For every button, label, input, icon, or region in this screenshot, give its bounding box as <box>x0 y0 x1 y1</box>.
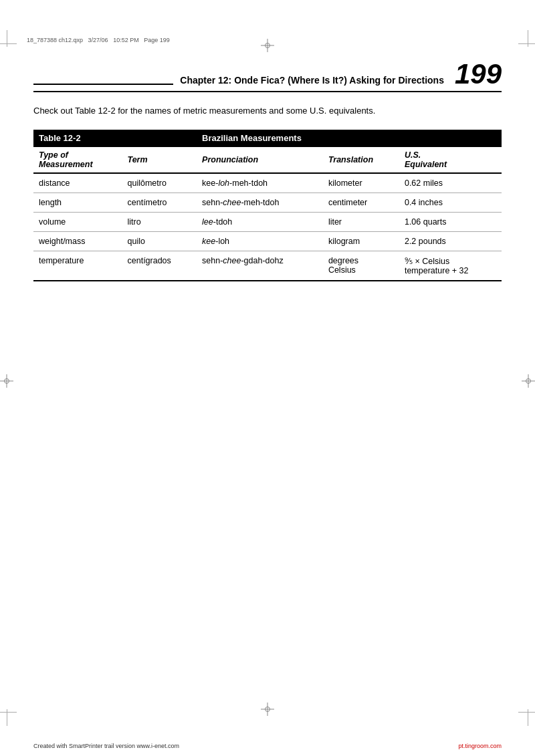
cell-term: centígrados <box>122 251 197 281</box>
table-row: distance quilômetro kee-loh-meh-tdoh kil… <box>33 173 502 193</box>
cell-pronunciation: sehn-chee-meh-tdoh <box>197 193 323 212</box>
print-time: 10:52 PM <box>113 37 139 43</box>
measurements-table: Table 12-2 Brazilian Measurements Type o… <box>33 130 502 281</box>
cell-us-equiv: 0.4 inches <box>399 193 502 212</box>
cell-term: litro <box>122 212 197 231</box>
trim-mark <box>7 709 7 726</box>
cell-type: length <box>33 193 122 212</box>
cell-translation: kilometer <box>323 173 399 193</box>
trim-mark <box>528 30 528 47</box>
cell-type: weight/mass <box>33 231 122 251</box>
col-header-pronunciation: Pronunciation <box>197 146 323 173</box>
footer-left: Created with SmartPrinter trail version … <box>33 743 179 749</box>
registration-mark-left <box>0 374 13 388</box>
print-date: 3/27/06 <box>88 37 108 43</box>
cell-type: volume <box>33 212 122 231</box>
cell-us-equiv: 2.2 pounds <box>399 231 502 251</box>
registration-mark-top <box>261 39 274 52</box>
print-page: Page 199 <box>144 37 170 43</box>
cell-term: quilo <box>122 231 197 251</box>
table-title-row: Table 12-2 Brazilian Measurements <box>33 130 502 147</box>
cell-translation: centimeter <box>323 193 399 212</box>
footer: Created with SmartPrinter trail version … <box>33 743 502 749</box>
print-info: 18_787388 ch12.qxp 3/27/06 10:52 PM Page… <box>27 37 170 43</box>
col-header-term: Term <box>122 146 197 173</box>
footer-right: pt.tingroom.com <box>458 743 502 749</box>
trim-mark <box>7 30 7 47</box>
table-row: volume litro lee-tdoh liter 1.06 quarts <box>33 212 502 231</box>
page-number: 199 <box>455 60 502 88</box>
table-title: Brazilian Measurements <box>202 133 302 143</box>
print-file: 18_787388 ch12.qxp <box>27 37 83 43</box>
cell-us-equiv: 1.06 quarts <box>399 212 502 231</box>
trim-mark <box>518 43 535 44</box>
cell-type: temperature <box>33 251 122 281</box>
chapter-header: Chapter 12: Onde Fica? (Where Is It?) As… <box>33 60 502 92</box>
cell-translation: degreesCelsius <box>323 251 399 281</box>
header-line <box>33 84 173 85</box>
cell-translation: liter <box>323 212 399 231</box>
trim-mark <box>528 709 528 726</box>
cell-pronunciation: sehn-chee-gdah-dohz <box>197 251 323 281</box>
col-header-translation: Translation <box>323 146 399 173</box>
col-header-us-equiv: U.S.Equivalent <box>399 146 502 173</box>
table-row: length centímetro sehn-chee-meh-tdoh cen… <box>33 193 502 212</box>
table-title-cell: Brazilian Measurements <box>197 130 502 147</box>
table-row: temperature centígrados sehn-chee-gdah-d… <box>33 251 502 281</box>
cell-type: distance <box>33 173 122 193</box>
cell-translation: kilogram <box>323 231 399 251</box>
cell-term: centímetro <box>122 193 197 212</box>
cell-pronunciation: lee-tdoh <box>197 212 323 231</box>
trim-mark <box>518 712 535 713</box>
page-content: Chapter 12: Onde Fica? (Where Is It?) As… <box>33 60 502 716</box>
column-header-row: Type ofMeasurement Term Pronunciation Tr… <box>33 146 502 173</box>
cell-pronunciation: kee-loh-meh-tdoh <box>197 173 323 193</box>
table-row: weight/mass quilo kee-loh kilogram 2.2 p… <box>33 231 502 251</box>
cell-us-equiv: 0.62 miles <box>399 173 502 193</box>
trim-mark <box>0 712 17 713</box>
trim-mark <box>0 43 17 44</box>
chapter-title: Chapter 12: Onde Fica? (Where Is It?) As… <box>180 75 444 86</box>
intro-text: Check out Table 12-2 for the names of me… <box>33 104 502 118</box>
registration-mark-right <box>522 374 535 388</box>
table-name-cell: Table 12-2 <box>33 130 197 147</box>
col-header-type: Type ofMeasurement <box>33 146 122 173</box>
table-name: Table 12-2 <box>39 133 81 143</box>
cell-us-equiv: ⁹⁄₅ × Celsiustemperature + 32 <box>399 251 502 281</box>
cell-term: quilômetro <box>122 173 197 193</box>
cell-pronunciation: kee-loh <box>197 231 323 251</box>
